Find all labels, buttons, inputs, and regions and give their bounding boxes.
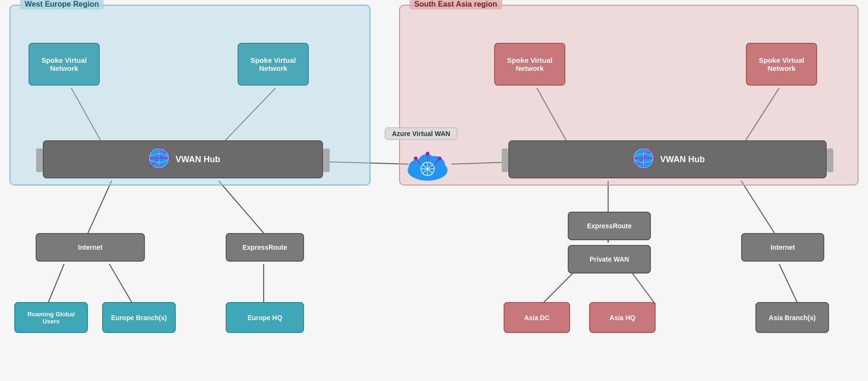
svg-line-5 [109,264,133,304]
west-expressroute: ExpressRoute [226,233,304,262]
svg-line-15 [741,181,774,233]
asia-spoke2: Spoke Virtual Network [746,43,817,86]
asia-vwan-hub: VWAN Hub [508,140,827,178]
asia-hub-label: VWAN Hub [660,155,705,165]
diagram-container: West Europe Region South East Asia regio… [0,0,868,381]
asia-internet: Internet [741,233,824,262]
asia-dc: Asia DC [504,302,570,333]
west-hub-globe-icon [146,145,172,174]
azure-wan-label: Azure Virtual WAN [385,127,458,140]
roaming-global-users: Roaming Global Users [14,302,88,333]
svg-line-3 [219,181,264,233]
west-hub-label: VWAN Hub [176,155,220,165]
west-spoke1: Spoke Virtual Network [29,43,100,86]
asia-hub-globe-icon [630,145,657,174]
asia-expressroute-upper: ExpressRoute [568,212,651,240]
west-internet: Internet [36,233,145,262]
europe-branches: Europe Branch(s) [102,302,176,333]
region-west-label: West Europe Region [20,0,104,10]
region-asia-label: South East Asia region [410,0,502,10]
europe-hq: Europe HQ [226,302,304,333]
west-spoke2: Spoke Virtual Network [238,43,309,86]
svg-line-4 [48,264,64,304]
asia-hq: Asia HQ [589,302,656,333]
asia-spoke1: Spoke Virtual Network [494,43,565,86]
svg-line-2 [88,181,112,233]
asia-private-wan: Private WAN [568,245,651,274]
svg-line-16 [779,264,798,304]
azure-cloud-icon [401,140,454,188]
west-vwan-hub: VWAN Hub [43,140,323,178]
asia-branches: Asia Branch(s) [755,302,829,333]
